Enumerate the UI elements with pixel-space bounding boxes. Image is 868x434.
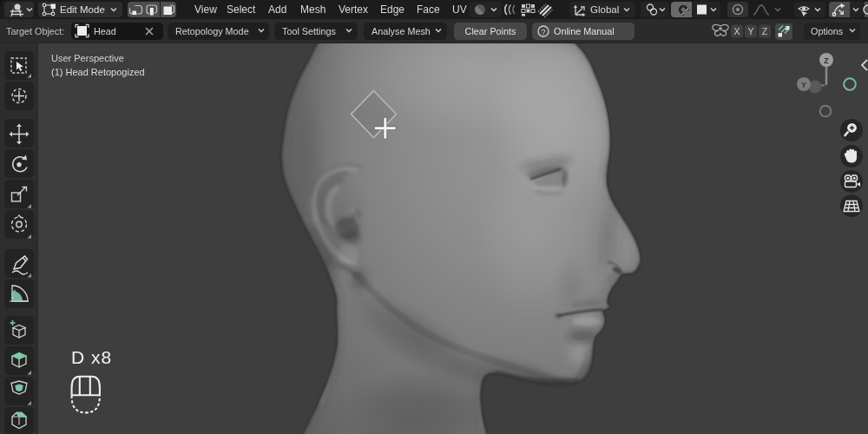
svg-text:Online Manual: Online Manual [554, 26, 615, 36]
svg-text:Clear Points: Clear Points [465, 26, 516, 36]
svg-text:Edge: Edge [380, 3, 404, 16]
svg-text:Vertex: Vertex [339, 3, 368, 16]
svg-text:Global: Global [590, 4, 619, 15]
svg-text:UV: UV [452, 3, 467, 16]
svg-text:Face: Face [417, 3, 440, 16]
svg-text:Edit Mode: Edit Mode [60, 4, 105, 15]
svg-text:Head: Head [94, 26, 116, 36]
svg-text:?: ? [541, 28, 545, 36]
svg-text:Tool Settings: Tool Settings [282, 26, 336, 36]
svg-text:X: X [733, 26, 740, 36]
svg-text:Z: Z [762, 26, 768, 36]
svg-text:Z: Z [824, 56, 829, 65]
svg-text:Options: Options [811, 26, 844, 36]
svg-text:Retopology Mode: Retopology Mode [175, 26, 249, 36]
svg-text:Select: Select [227, 3, 256, 16]
svg-text:Target Object:: Target Object: [6, 26, 64, 36]
svg-text:Y: Y [801, 81, 806, 89]
svg-text:Mesh: Mesh [300, 3, 326, 16]
svg-text:Add: Add [268, 3, 286, 16]
svg-text:Analyse Mesh: Analyse Mesh [372, 26, 431, 36]
svg-text:Y: Y [747, 26, 753, 36]
svg-text:View: View [194, 3, 217, 16]
